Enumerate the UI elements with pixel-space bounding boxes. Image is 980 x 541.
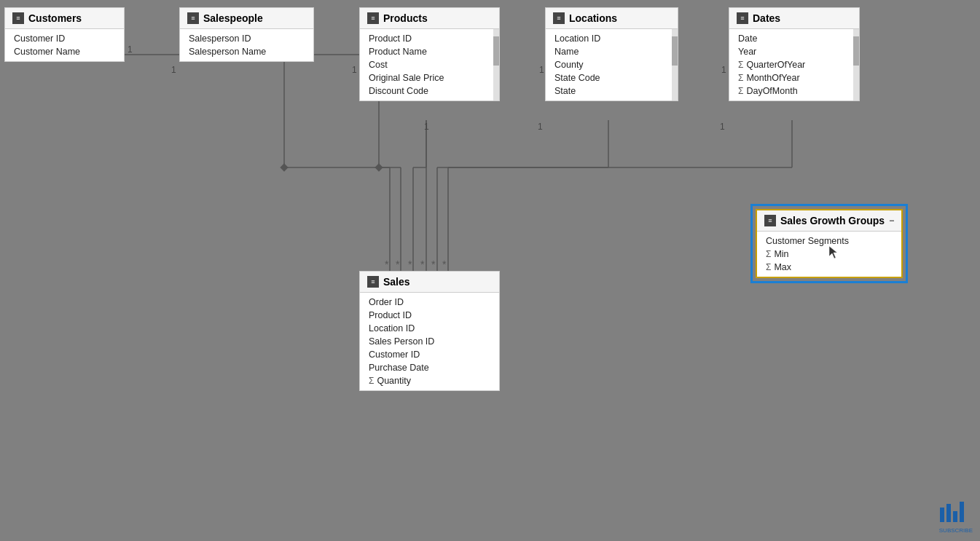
locations-header: ≡ Locations xyxy=(546,8,678,29)
field-sales-customer-id: Customer ID xyxy=(360,348,499,361)
field-state: State xyxy=(546,84,670,98)
svg-text:1: 1 xyxy=(424,122,429,132)
customers-title: Customers xyxy=(28,12,82,24)
svg-rect-36 xyxy=(940,508,944,522)
salespeople-header: ≡ Salespeople xyxy=(180,8,313,29)
field-state-code: State Code xyxy=(546,71,670,84)
svg-text:1: 1 xyxy=(128,44,133,55)
products-table-icon: ≡ xyxy=(367,12,379,24)
svg-rect-39 xyxy=(960,502,964,522)
field-salesperson-name: Salesperson Name xyxy=(180,45,313,58)
field-customer-segments: Customer Segments xyxy=(757,234,901,248)
sgg-title: Sales Growth Groups xyxy=(780,215,885,226)
salespeople-table-icon: ≡ xyxy=(187,12,199,24)
sales-growth-groups-inner: ≡ Sales Growth Groups − Customer Segment… xyxy=(756,209,903,278)
field-quantity: Σ Quantity xyxy=(360,374,499,387)
products-header: ≡ Products xyxy=(360,8,499,29)
customers-body: Customer ID Customer Name xyxy=(5,29,124,61)
svg-text:*: * xyxy=(420,258,425,270)
salespeople-title: Salespeople xyxy=(203,12,263,24)
dates-table: ≡ Dates Date Year Σ QuarterOfYear Σ Mont… xyxy=(729,7,860,101)
salespeople-body: Salesperson ID Salesperson Name xyxy=(180,29,313,61)
svg-text:*: * xyxy=(431,258,436,270)
svg-text:*: * xyxy=(396,258,400,270)
locations-body: Location ID Name County State Code State xyxy=(546,29,678,100)
locations-table: ≡ Locations Location ID Name County Stat… xyxy=(545,7,678,101)
field-salesperson-id: Salesperson ID xyxy=(180,32,313,45)
dates-body: Date Year Σ QuarterOfYear Σ MonthOfYear … xyxy=(729,29,859,100)
field-date: Date xyxy=(729,32,852,45)
dates-scrollbar-thumb[interactable] xyxy=(853,36,859,66)
svg-rect-11 xyxy=(375,163,383,171)
svg-rect-4 xyxy=(280,163,288,171)
field-county: County xyxy=(546,58,670,71)
field-min: Σ Min xyxy=(757,248,901,261)
field-discount-code: Discount Code xyxy=(360,84,492,98)
svg-text:1: 1 xyxy=(721,65,726,75)
svg-text:1: 1 xyxy=(171,65,176,75)
sales-growth-groups-header: ≡ Sales Growth Groups − xyxy=(757,210,901,232)
field-sales-person-id: Sales Person ID xyxy=(360,335,499,348)
logo-text: SUBSCRIBE xyxy=(936,527,973,534)
field-original-sale-price: Original Sale Price xyxy=(360,71,492,84)
logo-watermark: SUBSCRIBE xyxy=(936,500,973,534)
svg-text:1: 1 xyxy=(539,65,544,75)
sales-growth-groups-outer: ≡ Sales Growth Groups − Customer Segment… xyxy=(750,204,908,283)
field-month-of-year: Σ MonthOfYear xyxy=(729,71,852,84)
field-cost: Cost xyxy=(360,58,492,71)
svg-rect-37 xyxy=(946,504,951,522)
products-body: Product ID Product Name Cost Original Sa… xyxy=(360,29,499,100)
locations-scrollbar-thumb[interactable] xyxy=(672,36,678,66)
svg-text:1: 1 xyxy=(720,122,725,132)
salespeople-table: ≡ Salespeople Salesperson ID Salesperson… xyxy=(179,7,314,62)
sgg-table-icon: ≡ xyxy=(764,215,776,226)
dates-scrollbar[interactable] xyxy=(853,29,859,100)
sales-body: Order ID Product ID Location ID Sales Pe… xyxy=(360,293,499,390)
svg-text:*: * xyxy=(408,258,412,270)
field-product-id: Product ID xyxy=(360,32,492,45)
field-purchase-date: Purchase Date xyxy=(360,361,499,374)
products-title: Products xyxy=(383,12,428,24)
sales-table: ≡ Sales Order ID Product ID Location ID … xyxy=(359,271,500,391)
field-day-of-month: Σ DayOfMonth xyxy=(729,84,852,98)
sales-table-icon: ≡ xyxy=(367,276,379,288)
sgg-collapse-icon[interactable]: − xyxy=(889,216,894,226)
field-customer-id: Customer ID xyxy=(5,32,124,45)
svg-text:*: * xyxy=(385,258,389,270)
svg-text:1: 1 xyxy=(538,122,543,132)
products-scrollbar[interactable] xyxy=(493,29,499,100)
sales-title: Sales xyxy=(383,276,410,288)
locations-table-icon: ≡ xyxy=(553,12,565,24)
dates-title: Dates xyxy=(753,12,780,24)
customers-table-icon: ≡ xyxy=(12,12,24,24)
field-product-name: Product Name xyxy=(360,45,492,58)
products-scrollbar-thumb[interactable] xyxy=(493,36,499,66)
dates-table-icon: ≡ xyxy=(737,12,748,24)
products-table: ≡ Products Product ID Product Name Cost … xyxy=(359,7,500,101)
field-order-id: Order ID xyxy=(360,296,499,309)
field-location-id: Location ID xyxy=(546,32,670,45)
field-year: Year xyxy=(729,45,852,58)
svg-text:1: 1 xyxy=(352,65,357,75)
field-quarter-of-year: Σ QuarterOfYear xyxy=(729,58,852,71)
field-max: Σ Max xyxy=(757,261,901,274)
svg-rect-38 xyxy=(953,511,957,522)
field-sales-product-id: Product ID xyxy=(360,309,499,322)
customers-table: ≡ Customers Customer ID Customer Name xyxy=(4,7,125,62)
sgg-body: Customer Segments Σ Min Σ Max xyxy=(757,232,901,277)
locations-scrollbar[interactable] xyxy=(672,29,678,100)
field-sales-location-id: Location ID xyxy=(360,322,499,335)
locations-title: Locations xyxy=(569,12,617,24)
customers-header: ≡ Customers xyxy=(5,8,124,29)
field-name: Name xyxy=(546,45,670,58)
dates-header: ≡ Dates xyxy=(729,8,859,29)
field-customer-name: Customer Name xyxy=(5,45,124,58)
sales-header: ≡ Sales xyxy=(360,272,499,293)
svg-text:*: * xyxy=(442,258,447,270)
